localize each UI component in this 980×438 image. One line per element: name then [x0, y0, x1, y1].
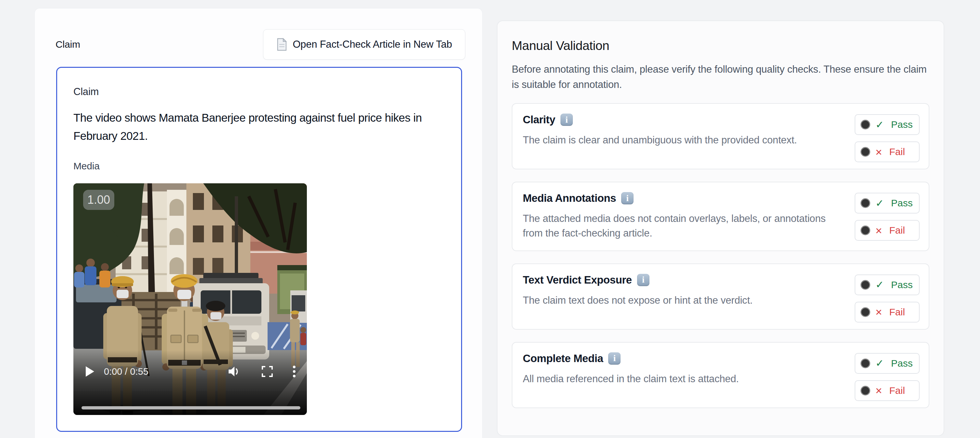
x-mark-icon: × — [875, 385, 882, 396]
pass-button[interactable]: ✓ Pass — [855, 353, 920, 374]
fail-button[interactable]: × Fail — [855, 380, 920, 401]
fail-button[interactable]: × Fail — [855, 220, 920, 241]
info-icon[interactable]: i — [608, 352, 620, 365]
open-fact-check-article-button[interactable]: Open Fact-Check Article in New Tab — [263, 29, 465, 60]
fail-label: Fail — [889, 306, 905, 317]
check-mark-icon: ✓ — [875, 197, 884, 209]
check-description: The attached media does not contain over… — [523, 211, 843, 241]
check-buttons: ✓ Pass × Fail — [855, 275, 920, 322]
radio-icon — [861, 198, 870, 208]
manual-validation-panel: Manual Validation Before annotating this… — [497, 21, 944, 436]
video-player[interactable]: 1.00 0:00 / 0:55 — [73, 183, 307, 415]
check-buttons: ✓ Pass × Fail — [855, 193, 920, 241]
pass-button[interactable]: ✓ Pass — [855, 193, 920, 213]
check-card: Clarity i The claim is clear and unambig… — [512, 103, 929, 169]
panel-title: Manual Validation — [512, 39, 929, 53]
check-title-row: Clarity i — [523, 114, 844, 126]
check-mark-icon: ✓ — [875, 119, 884, 131]
pass-button[interactable]: ✓ Pass — [855, 114, 920, 135]
play-button[interactable] — [85, 366, 95, 377]
panel-description: Before annotating this claim, please ver… — [512, 62, 928, 92]
claim-card: Claim The video shows Mamata Banerjee pr… — [56, 67, 462, 432]
check-title-row: Complete Media i — [523, 352, 844, 365]
x-mark-icon: × — [875, 146, 882, 158]
video-controls: 0:00 / 0:55 — [73, 350, 307, 415]
check-title: Text Verdict Exposure — [523, 274, 632, 286]
check-card: Media Annotations i The attached media d… — [512, 182, 929, 251]
check-description: The claim text does not expose or hint a… — [523, 293, 843, 308]
radio-icon — [861, 120, 870, 129]
check-mark-icon: ✓ — [875, 357, 884, 369]
video-time: 0:00 / 0:55 — [104, 366, 148, 377]
radio-icon — [861, 225, 870, 235]
check-title: Complete Media — [523, 352, 603, 365]
check-buttons: ✓ Pass × Fail — [855, 353, 920, 401]
pass-label: Pass — [891, 358, 913, 369]
check-list: Clarity i The claim is clear and unambig… — [512, 103, 929, 408]
claim-text: The video shows Mamata Banerjee protesti… — [73, 109, 445, 145]
fail-label: Fail — [889, 385, 905, 396]
radio-icon — [861, 307, 870, 317]
pass-label: Pass — [891, 279, 913, 290]
fullscreen-icon[interactable] — [261, 366, 273, 377]
claim-panel: Claim Open Fact-Check Article in New Tab… — [34, 8, 482, 438]
play-icon — [85, 366, 95, 377]
radio-icon — [861, 280, 870, 290]
fail-button[interactable]: × Fail — [855, 141, 920, 162]
playback-speed-badge: 1.00 — [83, 190, 114, 210]
document-icon — [276, 38, 287, 51]
info-icon[interactable]: i — [560, 114, 573, 126]
kebab-menu-icon — [293, 365, 296, 378]
check-buttons: ✓ Pass × Fail — [855, 114, 920, 162]
info-icon[interactable]: i — [637, 274, 649, 286]
claim-section-label: Claim — [56, 39, 80, 50]
check-description: The claim is clear and unambiguous with … — [523, 133, 843, 148]
pass-label: Pass — [891, 198, 913, 209]
radio-icon — [861, 147, 870, 157]
check-card: Text Verdict Exposure i The claim text d… — [512, 263, 929, 330]
speaker-icon — [228, 366, 240, 377]
info-icon[interactable]: i — [621, 192, 633, 205]
x-mark-icon: × — [875, 306, 882, 317]
media-label: Media — [73, 160, 445, 171]
open-article-label: Open Fact-Check Article in New Tab — [293, 39, 452, 50]
claim-card-heading: Claim — [73, 86, 445, 98]
pass-button[interactable]: ✓ Pass — [855, 275, 920, 295]
check-title: Clarity — [523, 114, 555, 126]
fail-label: Fail — [889, 146, 905, 157]
fullscreen-brackets-icon — [261, 366, 273, 377]
claim-panel-header: Claim Open Fact-Check Article in New Tab — [56, 29, 465, 60]
fail-button[interactable]: × Fail — [855, 302, 920, 322]
check-mark-icon: ✓ — [875, 279, 884, 291]
check-card: Complete Media i All media referenced in… — [512, 342, 929, 408]
radio-icon — [861, 359, 870, 368]
x-mark-icon: × — [875, 225, 882, 236]
video-progress-bar[interactable] — [81, 406, 301, 409]
radio-icon — [861, 386, 870, 395]
check-title-row: Media Annotations i — [523, 192, 844, 205]
pass-label: Pass — [891, 119, 913, 130]
fail-label: Fail — [889, 225, 905, 236]
more-options-icon[interactable] — [293, 365, 296, 378]
volume-icon[interactable] — [228, 366, 240, 377]
check-description: All media referenced in the claim text i… — [523, 372, 843, 386]
check-title-row: Text Verdict Exposure i — [523, 274, 844, 286]
check-title: Media Annotations — [523, 192, 616, 205]
